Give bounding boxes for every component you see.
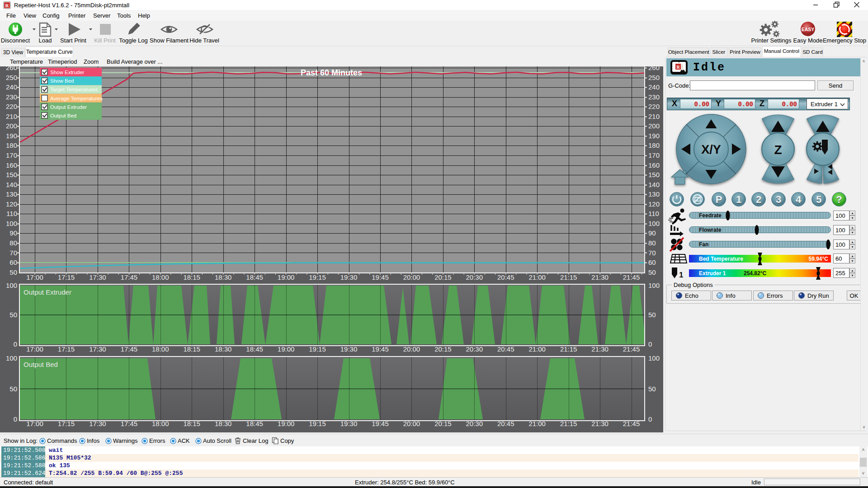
svg-text:17:30: 17:30 [89,345,106,353]
svg-text:20:45: 20:45 [497,345,514,353]
svg-text:110: 110 [648,210,659,217]
svg-text:X/Y: X/Y [701,143,721,156]
svg-text:18:15: 18:15 [183,273,200,281]
svg-text:17:30: 17:30 [89,273,106,281]
svg-text:19:45: 19:45 [372,345,389,353]
svg-text:1: 1 [679,271,683,279]
svg-text:250: 250 [6,74,17,81]
svg-text:90: 90 [648,229,656,237]
svg-text:3: 3 [776,194,781,205]
svg-text:19:00: 19:00 [278,420,295,427]
svg-text:21:15: 21:15 [560,273,577,281]
svg-text:19:30: 19:30 [340,345,358,353]
svg-text:4: 4 [796,194,802,205]
svg-text:18:00: 18:00 [152,345,169,353]
svg-text:Target Temperatures: Target Temperatures [50,87,98,92]
svg-text:21:15: 21:15 [560,420,577,427]
svg-text:220: 220 [6,103,17,110]
svg-text:230: 230 [648,93,660,101]
svg-text:R: R [676,65,680,70]
svg-text:19:00: 19:00 [278,345,295,353]
svg-text:20:30: 20:30 [466,345,483,353]
svg-text:20:30: 20:30 [466,420,483,427]
svg-text:17:45: 17:45 [121,273,138,281]
svg-text:18:45: 18:45 [246,273,263,281]
svg-text:50: 50 [9,385,17,393]
svg-text:17:30: 17:30 [89,420,106,427]
svg-text:Output Extruder: Output Extruder [24,288,71,296]
svg-text:21:45: 21:45 [623,345,640,353]
svg-text:240: 240 [648,83,660,91]
svg-text:190: 190 [6,132,17,140]
svg-text:20:00: 20:00 [403,273,420,281]
svg-text:230: 230 [6,93,17,101]
svg-text:180: 180 [6,141,17,149]
svg-text:90: 90 [9,229,17,237]
svg-text:Show Extruder: Show Extruder [50,70,85,75]
svg-text:17:15: 17:15 [58,345,75,353]
svg-text:Z: Z [774,143,782,157]
svg-text:130: 130 [648,190,660,198]
svg-text:21:45: 21:45 [623,420,640,427]
svg-text:21:15: 21:15 [560,345,577,353]
svg-text:18:30: 18:30 [215,420,232,427]
svg-text:60: 60 [9,258,17,266]
svg-text:170: 170 [648,151,660,159]
svg-text:100: 100 [648,220,660,227]
svg-text:20:45: 20:45 [497,420,514,427]
svg-text:50: 50 [648,268,656,276]
svg-text:160: 160 [648,161,660,169]
svg-text:210: 210 [6,113,17,120]
svg-text:210: 210 [648,113,660,120]
svg-text:140: 140 [648,181,660,188]
svg-text:21:00: 21:00 [528,345,546,353]
svg-text:19:00: 19:00 [278,273,295,281]
svg-text:18:15: 18:15 [183,345,200,353]
svg-text:21:00: 21:00 [528,420,546,427]
svg-text:2: 2 [756,194,761,205]
svg-text:19:30: 19:30 [340,273,358,281]
svg-text:50: 50 [648,311,656,319]
svg-text:Show Bed: Show Bed [50,78,74,84]
svg-text:19:30: 19:30 [340,420,358,427]
svg-text:17:15: 17:15 [58,420,75,427]
svg-text:17:15: 17:15 [58,273,75,281]
svg-text:19:15: 19:15 [309,273,326,281]
svg-text:?: ? [836,194,842,205]
svg-text:21:45: 21:45 [623,273,640,281]
svg-text:17:00: 17:00 [26,345,43,353]
svg-text:18:00: 18:00 [152,420,169,427]
svg-text:260: 260 [6,66,17,71]
svg-text:21:30: 21:30 [591,420,609,427]
svg-text:5: 5 [816,194,821,205]
svg-text:R: R [5,3,9,8]
svg-text:18:30: 18:30 [215,273,232,281]
svg-text:21:30: 21:30 [591,273,609,281]
svg-text:160: 160 [6,161,17,169]
svg-text:200: 200 [648,122,660,130]
svg-text:1: 1 [736,194,741,205]
svg-text:70: 70 [648,249,656,257]
svg-text:250: 250 [648,74,660,81]
svg-text:100: 100 [648,282,660,289]
svg-text:80: 80 [9,239,17,247]
svg-text:19:15: 19:15 [309,420,326,427]
svg-text:20:00: 20:00 [403,345,420,353]
svg-text:100: 100 [6,354,17,362]
svg-text:190: 190 [648,132,660,140]
svg-text:19:15: 19:15 [309,345,326,353]
svg-text:260: 260 [648,66,660,71]
svg-text:0: 0 [14,415,17,423]
svg-text:EASY: EASY [802,27,815,32]
svg-text:20:00: 20:00 [403,420,420,427]
svg-text:18:45: 18:45 [246,420,263,427]
svg-text:220: 220 [648,103,660,110]
svg-text:50: 50 [9,268,17,276]
svg-text:19:45: 19:45 [372,420,389,427]
svg-text:0: 0 [648,415,652,423]
svg-text:21:30: 21:30 [591,345,609,353]
svg-text:170: 170 [6,151,17,159]
svg-text:Output Bed: Output Bed [24,361,58,368]
svg-text:Past 60 Minutes: Past 60 Minutes [301,68,362,77]
svg-text:19:45: 19:45 [372,273,389,281]
